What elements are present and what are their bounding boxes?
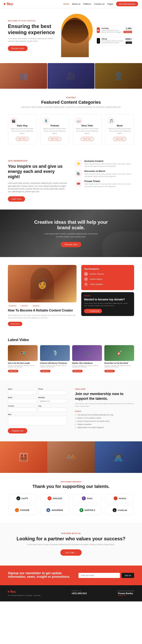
brand-codelab: {} CodeLab: [106, 506, 134, 515]
footer-manager-link[interactable]: Contact me →: [118, 594, 134, 596]
treva-icon: 🔮: [82, 496, 86, 500]
birthday-group: Birthday: [38, 396, 67, 404]
codelab-name: CodeLab: [118, 509, 127, 511]
donate-now-button[interactable]: ❤️ Donate now: [84, 309, 102, 313]
country-input[interactable]: [8, 408, 37, 412]
donate-description: Lorem ipsum dolor sit amet, consectetur …: [84, 302, 131, 307]
zootv-icon: 📺: [16, 496, 20, 500]
featured-tag: CONTENT: [8, 96, 134, 98]
city-input[interactable]: [38, 408, 67, 412]
video-watch-button-1[interactable]: Watch More: [8, 370, 18, 372]
learn-more-button[interactable]: Learn more: [8, 196, 25, 202]
tiktok-description: Don't forget to follow the TikTok accoun…: [102, 40, 124, 44]
brand-earth: 🌍 EARTH2.0: [73, 506, 102, 515]
newsletter-signup-button[interactable]: Sign Up: [122, 573, 134, 578]
muzica-icon: 🎵: [114, 496, 118, 500]
video-thumb-4: 🎸: [104, 345, 134, 361]
video-watch-button-3[interactable]: Watch More: [72, 370, 83, 372]
youtube-label: YouTube: [101, 28, 122, 29]
benefit-discounts-text: Discounts on Merch Morbi imperdiet dictu…: [84, 170, 134, 178]
nav-home[interactable]: Home: [63, 3, 69, 5]
brand-foxhub: 🦊 FOXHUB: [8, 506, 36, 515]
nav-platform[interactable]: Platform: [83, 3, 91, 5]
daily-vlog-watch-button[interactable]: Watch More: [16, 137, 28, 141]
footer-contact: CONTACT US +6221.2002.2012: [72, 590, 87, 594]
story-teller-watch-button[interactable]: Watch More: [81, 137, 94, 141]
discover-more-button[interactable]: Discover more: [8, 46, 28, 51]
presale-title: Presale Tickets: [84, 180, 134, 182]
tiktok-follow-button[interactable]: Follow: [126, 42, 132, 44]
nav-contact[interactable]: Contact us: [94, 3, 104, 5]
banner-description: Lorem ipsum dolor sit amet, consectetur …: [44, 232, 98, 238]
cta-button[interactable]: Let's Talk →: [60, 550, 82, 556]
video-watch-button-2[interactable]: Watch More: [40, 370, 50, 372]
hero-left: WELCOME TO FLEU OFFICIAL Ensuring the be…: [8, 20, 55, 51]
video-card-1: 👫 How to be the best couple Morbus et vu…: [8, 345, 38, 372]
footer-logo: fleu: [8, 590, 40, 594]
newsletter-section: Signup our newsletter to get update info…: [0, 566, 142, 585]
youtube-card: ▶ YouTube Lorem subscribers in the offic…: [95, 26, 134, 34]
brands-row-2: 🦊 FOXHUB 🏔️ ASGARDIA 🌍 EARTH2.0 {} CodeL…: [8, 506, 134, 515]
brands-row-1: 📺 zooTV ⚡ velocity9 🔮 treva. 🎵 muzica: [8, 494, 134, 503]
collage-image-1: 👥: [0, 63, 47, 89]
photo-cell-1: 👨‍👩‍👧‍👦: [0, 441, 47, 473]
breadcrumb-blogging: BLOGGING: [8, 305, 17, 307]
music-watch-button[interactable]: Watch More: [114, 137, 126, 141]
donate-card: DONATE Wanted to became top donate? Lore…: [81, 292, 134, 316]
form-join-tag: JOIN NOW: [75, 388, 134, 390]
video-card-4: 🎸 Remember me by Dire Band Morbus et vul…: [104, 345, 134, 372]
benefit-exclusive-text: Exclusive Content Morbi imperdiet dictum…: [84, 160, 134, 168]
check-icon-3: ✓: [75, 420, 76, 422]
top-donations-title: Top Donations: [84, 268, 131, 270]
creator-person-silhouette: 👩: [30, 268, 54, 300]
email-group: Email: [8, 396, 37, 404]
earth-icon: 🌍: [80, 508, 84, 512]
navigation: fleu Home About us Platform Contact us P…: [0, 0, 142, 8]
email-input[interactable]: [8, 399, 37, 404]
banner-content: Creative ideas that will help your brand…: [8, 220, 134, 248]
tiktok-info: TikTok Don't forget to follow the TikTok…: [102, 38, 124, 44]
register-button[interactable]: Register now: [8, 428, 27, 434]
youtube-info: YouTube Lorem subscribers in the officia…: [101, 28, 122, 33]
photo-people-2: 🧑‍🤝‍🧑: [47, 441, 95, 473]
nav-about[interactable]: About us: [72, 3, 80, 5]
youtube-subscribe-button[interactable]: Subscribe: [124, 31, 132, 33]
membership-title: You inspire us and give us energy each a…: [8, 164, 67, 180]
youtube-count-area: 1.5M+ Subscribers Subscribe: [124, 27, 132, 33]
check-icon-4: ✓: [75, 423, 76, 426]
nav-pages[interactable]: Pages: [107, 3, 114, 5]
phone-input[interactable]: [38, 390, 67, 395]
featured-title: Featured Content Categories: [8, 100, 134, 105]
membership-description: Lorem ipsum dolor sit amet, consectetuer…: [8, 182, 67, 193]
brand-treva: 🔮 treva.: [73, 494, 102, 503]
birthday-input[interactable]: [38, 399, 67, 404]
donate-tag: DONATE: [84, 295, 131, 297]
category-podcast: 🎙️ Podcast Mauris accumsan nulla vel dia…: [40, 114, 69, 144]
creator-read-more-button[interactable]: Read more: [8, 322, 22, 326]
city-label: City: [38, 405, 67, 407]
name-input[interactable]: [8, 390, 37, 395]
add-membership-button[interactable]: Add Membership: [116, 2, 138, 6]
video-watch-button-4[interactable]: Watch More: [104, 370, 115, 372]
note-input[interactable]: [8, 416, 67, 426]
logo[interactable]: fleu: [4, 2, 13, 6]
treva-name: treva.: [87, 497, 93, 500]
podcast-watch-button[interactable]: Watch More: [48, 137, 61, 141]
daily-vlog-icon: 🎬: [10, 117, 17, 124]
perks-label: PERKS: [75, 410, 134, 412]
banner-cta-button[interactable]: Discover more: [61, 242, 81, 247]
creator-right: Top Donations 1 Brandon Thomson 2 Jennif…: [81, 265, 134, 326]
donor-2: 2 Jennifer Wagner: [84, 277, 131, 281]
cta-section: PARTNER WITH US Looking for a partner wh…: [0, 522, 142, 565]
newsletter-email-input[interactable]: [78, 573, 120, 578]
donor-rank-3: 3: [84, 282, 88, 286]
form-join-title: Join our membership now to support the t…: [75, 392, 134, 401]
note-label: Note: [8, 414, 67, 415]
zootv-name: zooTV: [22, 497, 28, 500]
footer-manager-label: BUSINESS MANAGER: [118, 590, 134, 592]
tiktok-count-label: Followers: [126, 40, 132, 42]
breadcrumb-creator: CREATOR: [32, 305, 40, 307]
brands-tag: FEATURED BRANDS: [8, 481, 134, 483]
donor-3: 3 Ashley Gallagher: [84, 282, 131, 286]
discounts-desc: Morbi imperdiet dictum metus interdum ul…: [84, 173, 134, 178]
